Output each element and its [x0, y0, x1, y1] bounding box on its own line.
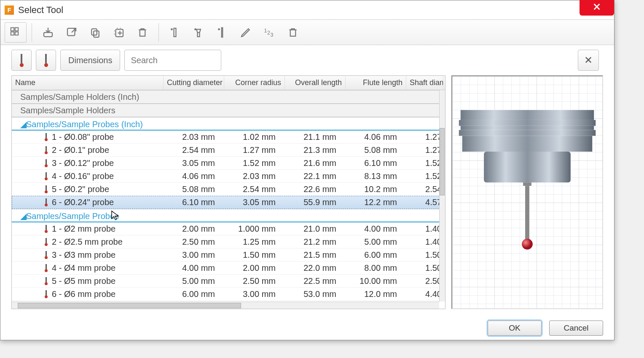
- cell-fl: 4.06 mm: [346, 132, 406, 142]
- horizontal-scrollbar[interactable]: [12, 302, 439, 309]
- dimensions-button[interactable]: Dimensions: [60, 50, 120, 71]
- table-row[interactable]: 4 - Ø4 mm probe4.00 mm2.00 mm22.0 mm8.00…: [12, 262, 445, 275]
- delete-icon[interactable]: [131, 22, 153, 43]
- new-tool-icon[interactable]: [211, 22, 233, 43]
- filter-probe-1[interactable]: [11, 50, 32, 71]
- toolbar: 123: [0, 20, 614, 45]
- category-icon[interactable]: [5, 22, 27, 43]
- tool-table: Name Cutting diameter Corner radius Over…: [11, 75, 445, 309]
- cell-fl: 10.2 mm: [346, 184, 406, 194]
- svg-text:2: 2: [267, 30, 270, 36]
- table-row[interactable]: 2 - Ø0.1" probe2.54 mm1.27 mm21.3 mm5.08…: [12, 144, 445, 157]
- ok-button[interactable]: OK: [488, 321, 542, 336]
- probe-icon: [45, 225, 48, 233]
- cell-cr: 1.52 mm: [224, 158, 285, 168]
- cell-fl: 6.00 mm: [346, 250, 406, 260]
- table-row[interactable]: 5 - Ø5 mm probe5.00 mm2.50 mm22.5 mm10.0…: [12, 275, 445, 288]
- table-row[interactable]: 4 - Ø0.16" probe4.06 mm2.03 mm22.1 mm8.1…: [12, 170, 445, 183]
- table-row[interactable]: 6 - Ø6 mm probe6.00 mm3.00 mm53.0 mm12.0…: [12, 288, 445, 301]
- probe-icon: [45, 159, 48, 167]
- row-name: 3 - Ø0.12" probe: [52, 158, 114, 168]
- export-icon[interactable]: [61, 22, 83, 43]
- col-overall-length[interactable]: Overall length: [285, 76, 346, 90]
- edit-icon[interactable]: [235, 22, 257, 43]
- cell-cr: 1.02 mm: [224, 132, 285, 142]
- svg-rect-10: [222, 27, 223, 37]
- cell-cd: 6.10 mm: [164, 198, 224, 207]
- svg-rect-19: [484, 152, 571, 182]
- table-row[interactable]: 6 - Ø0.24" probe6.10 mm3.05 mm55.9 mm12.…: [12, 196, 445, 209]
- cell-ol: 21.1 mm: [285, 132, 346, 142]
- cell-cr: 1.000 mm: [224, 224, 285, 234]
- probe-icon: [44, 54, 48, 67]
- import-icon[interactable]: [37, 22, 59, 43]
- col-name[interactable]: Name: [12, 76, 164, 90]
- filter-probe-2[interactable]: [36, 50, 56, 71]
- svg-rect-14: [461, 110, 594, 120]
- vertical-scrollbar[interactable]: [439, 90, 445, 302]
- clear-search-button[interactable]: ✕: [578, 50, 599, 71]
- svg-text:3: 3: [271, 32, 274, 38]
- svg-rect-18: [462, 136, 593, 152]
- cell-ol: 22.6 mm: [285, 184, 346, 194]
- cell-cd: 5.08 mm: [164, 184, 224, 194]
- close-button[interactable]: [580, 0, 614, 16]
- cell-sd: 1.50: [406, 250, 443, 260]
- row-name: 6 - Ø6 mm probe: [52, 289, 115, 299]
- group-header[interactable]: Samples/Sample Holders: [12, 104, 445, 117]
- filter-bar: Dimensions ✕: [0, 45, 614, 75]
- svg-point-22: [522, 239, 533, 250]
- table-row[interactable]: 1 - Ø2 mm probe2.00 mm1.000 mm21.0 mm4.0…: [12, 222, 445, 235]
- table-row[interactable]: 2 - Ø2.5 mm probe2.50 mm1.25 mm21.2 mm5.…: [12, 235, 445, 248]
- table-row[interactable]: 5 - Ø0.2" probe5.08 mm2.54 mm22.6 mm10.2…: [12, 183, 445, 196]
- cell-cd: 5.00 mm: [164, 276, 224, 286]
- cell-ol: 55.9 mm: [285, 198, 346, 207]
- cell-sd: 4.40: [406, 289, 443, 299]
- cell-cr: 1.27 mm: [224, 145, 285, 155]
- titlebar: F Select Tool: [0, 0, 614, 20]
- group-header[interactable]: ◢Samples/Sample Probes (Inch): [12, 117, 445, 131]
- cell-fl: 5.00 mm: [346, 237, 406, 247]
- cell-sd: 1.27: [406, 132, 443, 142]
- svg-rect-9: [174, 28, 176, 37]
- probe-icon: [45, 264, 48, 272]
- delete-tool-icon[interactable]: [282, 22, 304, 43]
- probe-icon: [45, 172, 48, 180]
- cell-cr: 1.50 mm: [224, 250, 285, 260]
- svg-rect-20: [523, 182, 531, 186]
- row-name: 1 - Ø0.08" probe: [52, 132, 114, 142]
- row-name: 2 - Ø2.5 mm probe: [52, 237, 123, 247]
- table-row[interactable]: 3 - Ø0.12" probe3.05 mm1.52 mm21.6 mm6.1…: [12, 157, 445, 170]
- app-icon: F: [5, 5, 14, 15]
- search-input[interactable]: [124, 50, 221, 71]
- group-header[interactable]: Samples/Sample Holders (Inch): [12, 90, 445, 104]
- col-shaft-diameter[interactable]: Shaft diame: [406, 76, 443, 90]
- svg-rect-7: [94, 31, 99, 37]
- cell-cd: 3.00 mm: [164, 250, 224, 260]
- table-row[interactable]: 3 - Ø3 mm probe3.00 mm1.50 mm21.5 mm6.00…: [12, 248, 445, 262]
- cell-fl: 4.00 mm: [346, 224, 406, 234]
- cell-sd: 1.27: [406, 145, 443, 155]
- cell-sd: 4.57: [406, 198, 443, 207]
- cell-cd: 4.06 mm: [164, 171, 224, 181]
- col-flute-length[interactable]: Flute length: [346, 76, 406, 90]
- cell-cd: 2.54 mm: [164, 145, 224, 155]
- new-icon[interactable]: [108, 22, 130, 43]
- group-header[interactable]: ◢Samples/Sample Probes: [12, 209, 445, 222]
- new-holder-icon[interactable]: [188, 22, 209, 43]
- probe-icon: [45, 185, 48, 193]
- renumber-icon[interactable]: 123: [258, 22, 280, 43]
- cell-cd: 3.05 mm: [164, 158, 224, 168]
- col-cutting-diameter[interactable]: Cutting diameter: [164, 76, 224, 90]
- cell-ol: 21.3 mm: [285, 145, 346, 155]
- cell-sd: 2.54: [406, 184, 443, 194]
- new-mill-icon[interactable]: [164, 22, 186, 43]
- col-corner-radius[interactable]: Corner radius: [224, 76, 285, 90]
- cancel-button[interactable]: Cancel: [549, 321, 603, 336]
- probe-icon: [45, 146, 48, 154]
- window-title: Select Tool: [18, 5, 63, 16]
- svg-rect-2: [11, 32, 14, 35]
- cell-ol: 21.0 mm: [285, 224, 346, 234]
- table-row[interactable]: 1 - Ø0.08" probe2.03 mm1.02 mm21.1 mm4.0…: [12, 131, 445, 144]
- copy-icon[interactable]: [84, 22, 106, 43]
